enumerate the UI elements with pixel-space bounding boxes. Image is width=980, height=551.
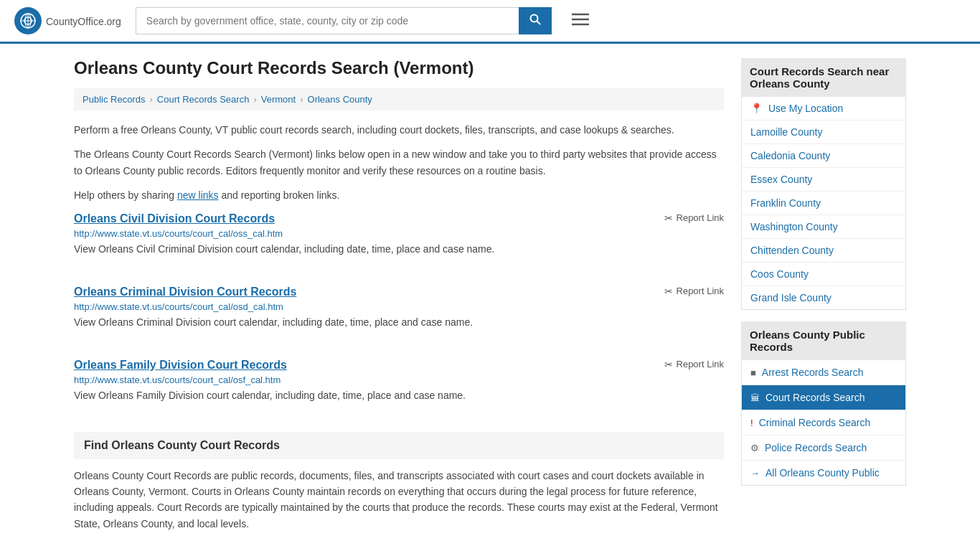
pr-list-item[interactable]: ! Criminal Records Search <box>742 410 905 435</box>
search-input[interactable] <box>136 7 519 34</box>
nearby-county-link[interactable]: Chittenden County <box>742 239 905 262</box>
find-section: Find Orleans County Court Records <box>74 432 724 459</box>
page-title: Orleans County Court Records Search (Ver… <box>74 58 724 78</box>
nearby-county-link[interactable]: Coos County <box>742 263 905 286</box>
nearby-list-item[interactable]: Washington County <box>742 215 905 239</box>
pr-icon: ! <box>750 418 753 428</box>
record-title[interactable]: Orleans Civil Division Court Records <box>74 212 275 225</box>
find-description: Orleans County Court Records are public … <box>74 468 724 532</box>
search-button[interactable] <box>519 7 552 34</box>
nearby-list-item[interactable]: Caledonia County <box>742 144 905 168</box>
record-entry-header: Orleans Family Division Court Records ✂ … <box>74 359 724 372</box>
pr-label: All Orleans County Public <box>765 467 880 479</box>
pr-list-item[interactable]: → All Orleans County Public <box>742 461 905 485</box>
nearby-item-label: Essex County <box>750 174 812 185</box>
report-icon: ✂ <box>664 359 673 370</box>
pr-label: Criminal Records Search <box>759 417 871 428</box>
report-label: Report Link <box>677 212 724 223</box>
nearby-list-item[interactable]: Lamoille County <box>742 121 905 144</box>
description-2: The Orleans County Court Records Search … <box>74 146 724 179</box>
record-title[interactable]: Orleans Family Division Court Records <box>74 359 287 372</box>
nearby-header: Court Records Search near Orleans County <box>741 58 906 97</box>
new-links-link[interactable]: new links <box>177 189 219 201</box>
main-content: Orleans County Court Records Search (Ver… <box>74 58 724 532</box>
breadcrumb-court-records[interactable]: Court Records Search <box>157 94 250 105</box>
public-records-section: Orleans County Public Records ■ Arrest R… <box>741 321 906 486</box>
pr-link[interactable]: ⚙ Police Records Search <box>742 435 905 460</box>
nearby-list-item[interactable]: Grand Isle County <box>742 286 905 309</box>
pr-list-item[interactable]: ■ Arrest Records Search <box>742 360 905 385</box>
pr-label: Court Records Search <box>765 392 865 403</box>
pr-link[interactable]: → All Orleans County Public <box>742 461 905 485</box>
record-entry: Orleans Family Division Court Records ✂ … <box>74 359 724 418</box>
pr-icon: ⚙ <box>750 443 759 453</box>
find-section-title: Find Orleans County Court Records <box>84 439 714 452</box>
breadcrumb-public-records[interactable]: Public Records <box>83 94 145 105</box>
record-title[interactable]: Orleans Criminal Division Court Records <box>74 286 296 298</box>
breadcrumb-sep-2: › <box>253 94 256 105</box>
nearby-item-label: Caledonia County <box>750 150 830 161</box>
pr-icon: → <box>750 468 760 479</box>
location-pin-icon: 📍 <box>750 103 763 114</box>
record-entry-header: Orleans Criminal Division Court Records … <box>74 286 724 298</box>
record-desc: View Orleans Family Division court calen… <box>74 388 724 403</box>
search-container <box>136 7 552 34</box>
nearby-county-link[interactable]: Washington County <box>742 215 905 238</box>
report-label: Report Link <box>677 286 724 296</box>
pr-list-item[interactable]: ⚙ Police Records Search <box>742 435 905 461</box>
report-icon: ✂ <box>664 286 673 297</box>
nearby-list-item[interactable]: 📍 Use My Location <box>742 97 905 121</box>
nearby-item-label: Lamoille County <box>750 126 822 138</box>
nearby-list-item[interactable]: Chittenden County <box>742 239 905 263</box>
pr-icon: ■ <box>750 367 756 378</box>
record-url[interactable]: http://www.state.vt.us/courts/court_cal/… <box>74 301 724 312</box>
nearby-item-label: Chittenden County <box>750 245 834 256</box>
record-url[interactable]: http://www.state.vt.us/courts/court_cal/… <box>74 228 724 239</box>
nearby-item-label: Franklin County <box>750 197 821 209</box>
description-3-pre: Help others by sharing <box>74 189 177 201</box>
nearby-county-link[interactable]: Caledonia County <box>742 144 905 167</box>
public-records-list: ■ Arrest Records Search 🏛 Court Records … <box>741 360 906 486</box>
pr-label: Arrest Records Search <box>762 367 864 378</box>
menu-button[interactable] <box>566 10 595 32</box>
sidebar: Court Records Search near Orleans County… <box>741 58 906 532</box>
pr-icon: 🏛 <box>750 392 760 403</box>
nearby-county-link[interactable]: Franklin County <box>742 192 905 215</box>
nearby-list-item[interactable]: Coos County <box>742 263 905 286</box>
description-3: Help others by sharing new links and rep… <box>74 187 724 203</box>
report-link[interactable]: ✂ Report Link <box>664 286 724 297</box>
description-3-post: and reporting broken links. <box>219 189 340 201</box>
pr-list-item[interactable]: 🏛 Court Records Search <box>742 385 905 410</box>
nearby-section: Court Records Search near Orleans County… <box>741 58 906 310</box>
report-link[interactable]: ✂ Report Link <box>664 212 724 224</box>
use-my-location-link[interactable]: 📍 Use My Location <box>742 97 905 120</box>
report-link[interactable]: ✂ Report Link <box>664 359 724 370</box>
record-url[interactable]: http://www.state.vt.us/courts/court_cal/… <box>74 375 724 385</box>
nearby-list: 📍 Use My Location Lamoille County Caledo… <box>741 97 906 310</box>
breadcrumb-vermont[interactable]: Vermont <box>261 94 296 105</box>
pr-label: Police Records Search <box>765 442 867 453</box>
logo-name: CountyOffice.org <box>46 14 121 29</box>
logo-icon <box>14 7 42 34</box>
report-icon: ✂ <box>664 212 673 224</box>
nearby-list-item[interactable]: Essex County <box>742 168 905 192</box>
breadcrumb: Public Records › Court Records Search › … <box>74 88 724 110</box>
nearby-county-link[interactable]: Lamoille County <box>742 121 905 143</box>
breadcrumb-orleans-county[interactable]: Orleans County <box>308 94 372 105</box>
nearby-county-link[interactable]: Essex County <box>742 168 905 191</box>
nearby-county-link[interactable]: Grand Isle County <box>742 286 905 309</box>
pr-link[interactable]: ! Criminal Records Search <box>742 410 905 435</box>
nearby-list-item[interactable]: Franklin County <box>742 192 905 215</box>
pr-link[interactable]: 🏛 Court Records Search <box>742 385 905 410</box>
breadcrumb-sep-3: › <box>300 94 303 105</box>
svg-line-6 <box>537 22 540 25</box>
public-records-header: Orleans County Public Records <box>741 321 906 360</box>
pr-link[interactable]: ■ Arrest Records Search <box>742 360 905 385</box>
nearby-item-label: Coos County <box>750 268 809 280</box>
page-container: Orleans County Court Records Search (Ver… <box>60 44 920 546</box>
logo[interactable]: CountyOffice.org <box>14 7 121 34</box>
nearby-item-label: Washington County <box>750 221 838 232</box>
site-header: CountyOffice.org <box>0 0 980 44</box>
breadcrumb-sep-1: › <box>149 94 152 105</box>
record-entry-header: Orleans Civil Division Court Records ✂ R… <box>74 212 724 225</box>
